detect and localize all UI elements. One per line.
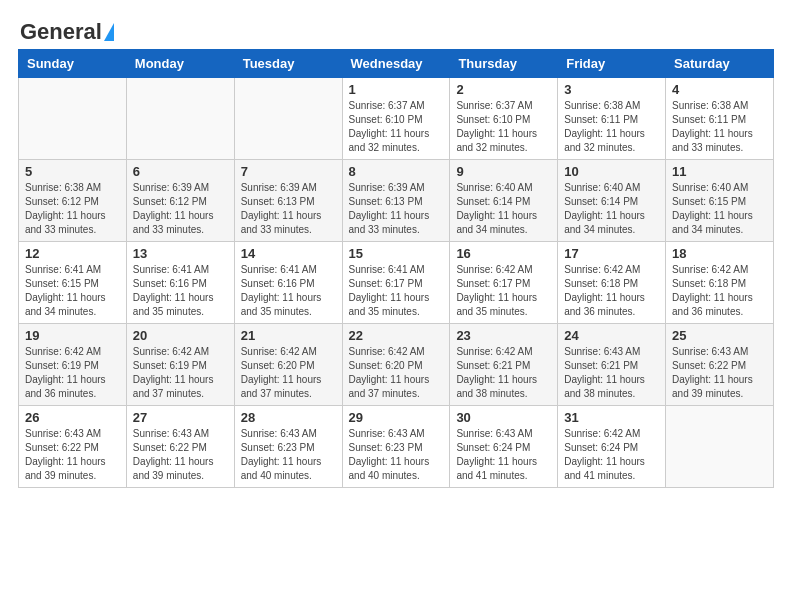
calendar-cell xyxy=(234,78,342,160)
day-number: 6 xyxy=(133,164,228,179)
calendar-cell: 25Sunrise: 6:43 AM Sunset: 6:22 PM Dayli… xyxy=(666,324,774,406)
day-number: 16 xyxy=(456,246,551,261)
calendar-cell: 26Sunrise: 6:43 AM Sunset: 6:22 PM Dayli… xyxy=(19,406,127,488)
day-number: 1 xyxy=(349,82,444,97)
calendar-cell: 15Sunrise: 6:41 AM Sunset: 6:17 PM Dayli… xyxy=(342,242,450,324)
calendar-cell: 14Sunrise: 6:41 AM Sunset: 6:16 PM Dayli… xyxy=(234,242,342,324)
calendar-cell: 9Sunrise: 6:40 AM Sunset: 6:14 PM Daylig… xyxy=(450,160,558,242)
day-number: 7 xyxy=(241,164,336,179)
week-row-2: 5Sunrise: 6:38 AM Sunset: 6:12 PM Daylig… xyxy=(19,160,774,242)
day-number: 4 xyxy=(672,82,767,97)
calendar-cell: 28Sunrise: 6:43 AM Sunset: 6:23 PM Dayli… xyxy=(234,406,342,488)
day-number: 26 xyxy=(25,410,120,425)
day-number: 8 xyxy=(349,164,444,179)
day-info: Sunrise: 6:39 AM Sunset: 6:12 PM Dayligh… xyxy=(133,181,228,237)
weekday-header-row: SundayMondayTuesdayWednesdayThursdayFrid… xyxy=(19,50,774,78)
calendar-cell: 18Sunrise: 6:42 AM Sunset: 6:18 PM Dayli… xyxy=(666,242,774,324)
day-number: 10 xyxy=(564,164,659,179)
calendar-cell: 30Sunrise: 6:43 AM Sunset: 6:24 PM Dayli… xyxy=(450,406,558,488)
day-number: 13 xyxy=(133,246,228,261)
weekday-header-monday: Monday xyxy=(126,50,234,78)
day-number: 27 xyxy=(133,410,228,425)
day-number: 14 xyxy=(241,246,336,261)
day-number: 15 xyxy=(349,246,444,261)
weekday-header-saturday: Saturday xyxy=(666,50,774,78)
day-info: Sunrise: 6:41 AM Sunset: 6:16 PM Dayligh… xyxy=(241,263,336,319)
day-number: 19 xyxy=(25,328,120,343)
calendar-body: 1Sunrise: 6:37 AM Sunset: 6:10 PM Daylig… xyxy=(19,78,774,488)
day-number: 3 xyxy=(564,82,659,97)
day-info: Sunrise: 6:42 AM Sunset: 6:19 PM Dayligh… xyxy=(25,345,120,401)
day-number: 18 xyxy=(672,246,767,261)
day-info: Sunrise: 6:42 AM Sunset: 6:24 PM Dayligh… xyxy=(564,427,659,483)
day-info: Sunrise: 6:38 AM Sunset: 6:12 PM Dayligh… xyxy=(25,181,120,237)
calendar-cell: 22Sunrise: 6:42 AM Sunset: 6:20 PM Dayli… xyxy=(342,324,450,406)
day-number: 25 xyxy=(672,328,767,343)
day-info: Sunrise: 6:40 AM Sunset: 6:14 PM Dayligh… xyxy=(456,181,551,237)
day-number: 9 xyxy=(456,164,551,179)
day-info: Sunrise: 6:37 AM Sunset: 6:10 PM Dayligh… xyxy=(456,99,551,155)
calendar-cell: 21Sunrise: 6:42 AM Sunset: 6:20 PM Dayli… xyxy=(234,324,342,406)
day-info: Sunrise: 6:42 AM Sunset: 6:19 PM Dayligh… xyxy=(133,345,228,401)
calendar-cell: 17Sunrise: 6:42 AM Sunset: 6:18 PM Dayli… xyxy=(558,242,666,324)
day-info: Sunrise: 6:42 AM Sunset: 6:20 PM Dayligh… xyxy=(241,345,336,401)
week-row-5: 26Sunrise: 6:43 AM Sunset: 6:22 PM Dayli… xyxy=(19,406,774,488)
calendar-cell: 20Sunrise: 6:42 AM Sunset: 6:19 PM Dayli… xyxy=(126,324,234,406)
page-header: General xyxy=(10,10,782,49)
weekday-header-sunday: Sunday xyxy=(19,50,127,78)
day-info: Sunrise: 6:40 AM Sunset: 6:15 PM Dayligh… xyxy=(672,181,767,237)
day-info: Sunrise: 6:42 AM Sunset: 6:17 PM Dayligh… xyxy=(456,263,551,319)
day-info: Sunrise: 6:43 AM Sunset: 6:21 PM Dayligh… xyxy=(564,345,659,401)
calendar-cell: 1Sunrise: 6:37 AM Sunset: 6:10 PM Daylig… xyxy=(342,78,450,160)
day-info: Sunrise: 6:42 AM Sunset: 6:18 PM Dayligh… xyxy=(564,263,659,319)
day-info: Sunrise: 6:40 AM Sunset: 6:14 PM Dayligh… xyxy=(564,181,659,237)
day-number: 22 xyxy=(349,328,444,343)
calendar-cell: 2Sunrise: 6:37 AM Sunset: 6:10 PM Daylig… xyxy=(450,78,558,160)
day-number: 17 xyxy=(564,246,659,261)
calendar-cell: 6Sunrise: 6:39 AM Sunset: 6:12 PM Daylig… xyxy=(126,160,234,242)
day-number: 5 xyxy=(25,164,120,179)
calendar-cell: 4Sunrise: 6:38 AM Sunset: 6:11 PM Daylig… xyxy=(666,78,774,160)
calendar-cell: 3Sunrise: 6:38 AM Sunset: 6:11 PM Daylig… xyxy=(558,78,666,160)
day-number: 28 xyxy=(241,410,336,425)
day-number: 21 xyxy=(241,328,336,343)
day-info: Sunrise: 6:41 AM Sunset: 6:16 PM Dayligh… xyxy=(133,263,228,319)
day-info: Sunrise: 6:43 AM Sunset: 6:23 PM Dayligh… xyxy=(241,427,336,483)
calendar-cell: 16Sunrise: 6:42 AM Sunset: 6:17 PM Dayli… xyxy=(450,242,558,324)
day-info: Sunrise: 6:37 AM Sunset: 6:10 PM Dayligh… xyxy=(349,99,444,155)
weekday-header-friday: Friday xyxy=(558,50,666,78)
calendar-cell: 31Sunrise: 6:42 AM Sunset: 6:24 PM Dayli… xyxy=(558,406,666,488)
calendar-cell: 23Sunrise: 6:42 AM Sunset: 6:21 PM Dayli… xyxy=(450,324,558,406)
day-info: Sunrise: 6:43 AM Sunset: 6:22 PM Dayligh… xyxy=(133,427,228,483)
calendar-cell xyxy=(666,406,774,488)
weekday-header-tuesday: Tuesday xyxy=(234,50,342,78)
day-number: 30 xyxy=(456,410,551,425)
day-info: Sunrise: 6:41 AM Sunset: 6:17 PM Dayligh… xyxy=(349,263,444,319)
calendar-cell: 13Sunrise: 6:41 AM Sunset: 6:16 PM Dayli… xyxy=(126,242,234,324)
day-number: 31 xyxy=(564,410,659,425)
day-info: Sunrise: 6:42 AM Sunset: 6:18 PM Dayligh… xyxy=(672,263,767,319)
day-info: Sunrise: 6:38 AM Sunset: 6:11 PM Dayligh… xyxy=(564,99,659,155)
calendar-cell: 29Sunrise: 6:43 AM Sunset: 6:23 PM Dayli… xyxy=(342,406,450,488)
logo-triangle-icon xyxy=(104,23,114,41)
calendar-cell: 12Sunrise: 6:41 AM Sunset: 6:15 PM Dayli… xyxy=(19,242,127,324)
week-row-1: 1Sunrise: 6:37 AM Sunset: 6:10 PM Daylig… xyxy=(19,78,774,160)
logo: General xyxy=(20,20,114,44)
day-number: 11 xyxy=(672,164,767,179)
calendar-cell: 27Sunrise: 6:43 AM Sunset: 6:22 PM Dayli… xyxy=(126,406,234,488)
calendar-table: SundayMondayTuesdayWednesdayThursdayFrid… xyxy=(18,49,774,488)
day-info: Sunrise: 6:43 AM Sunset: 6:22 PM Dayligh… xyxy=(25,427,120,483)
day-info: Sunrise: 6:42 AM Sunset: 6:21 PM Dayligh… xyxy=(456,345,551,401)
weekday-header-wednesday: Wednesday xyxy=(342,50,450,78)
day-number: 20 xyxy=(133,328,228,343)
weekday-header-thursday: Thursday xyxy=(450,50,558,78)
week-row-3: 12Sunrise: 6:41 AM Sunset: 6:15 PM Dayli… xyxy=(19,242,774,324)
day-info: Sunrise: 6:42 AM Sunset: 6:20 PM Dayligh… xyxy=(349,345,444,401)
day-number: 12 xyxy=(25,246,120,261)
day-info: Sunrise: 6:43 AM Sunset: 6:24 PM Dayligh… xyxy=(456,427,551,483)
day-info: Sunrise: 6:43 AM Sunset: 6:22 PM Dayligh… xyxy=(672,345,767,401)
calendar-cell: 10Sunrise: 6:40 AM Sunset: 6:14 PM Dayli… xyxy=(558,160,666,242)
day-number: 29 xyxy=(349,410,444,425)
day-info: Sunrise: 6:41 AM Sunset: 6:15 PM Dayligh… xyxy=(25,263,120,319)
day-number: 2 xyxy=(456,82,551,97)
